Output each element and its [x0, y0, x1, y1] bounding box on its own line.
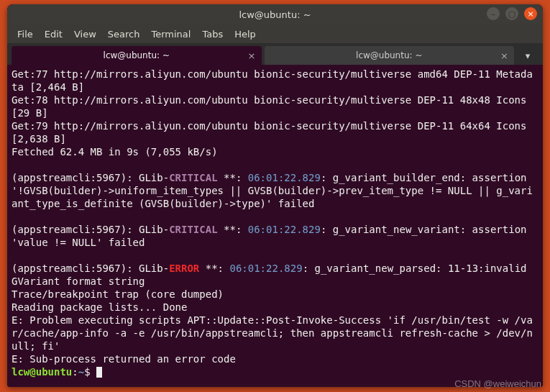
menu-help[interactable]: Help — [230, 27, 260, 41]
critical-label: CRITICAL — [169, 224, 217, 235]
menu-edit[interactable]: Edit — [40, 27, 67, 41]
output-line: Get:78 http://mirrors.aliyun.com/ubuntu … — [12, 94, 533, 119]
menu-search[interactable]: Search — [104, 27, 145, 41]
close-icon[interactable]: × — [500, 50, 508, 61]
output-line: (appstreamcli:5967): GLib-CRITICAL **: 0… — [12, 172, 533, 209]
terminal-window: lcw@ubuntu: ~ – ▢ × File Edit View Searc… — [7, 4, 543, 387]
output-line: (appstreamcli:5967): GLib-CRITICAL **: 0… — [12, 224, 533, 248]
tab-2[interactable]: lcw@ubuntu: ~ × — [265, 46, 515, 65]
window-controls: – ▢ × — [487, 7, 537, 20]
terminal-output[interactable]: Get:77 http://mirrors.aliyun.com/ubuntu … — [7, 65, 543, 387]
titlebar: lcw@ubuntu: ~ – ▢ × — [7, 4, 543, 24]
watermark: CSDN @weiweichun — [454, 378, 541, 389]
menu-file[interactable]: File — [13, 27, 37, 41]
menubar: File Edit View Search Terminal Tabs Help — [7, 24, 543, 43]
timestamp: 06:01:22.829 — [229, 263, 302, 274]
error-label: ERROR — [169, 263, 199, 274]
timestamp: 06:01:22.829 — [248, 224, 321, 235]
output-line: Fetched 62.4 MB in 9s (7,055 kB/s) — [12, 146, 218, 158]
output-line: E: Problem executing scripts APT::Update… — [12, 314, 533, 352]
timestamp: 06:01:22.829 — [248, 172, 321, 183]
critical-label: CRITICAL — [169, 172, 217, 183]
menu-view[interactable]: View — [70, 27, 101, 41]
menu-terminal[interactable]: Terminal — [147, 27, 195, 41]
prompt-user: lcw@ubuntu — [12, 366, 72, 378]
window-title: lcw@ubuntu: ~ — [239, 9, 311, 20]
output-line: Get:77 http://mirrors.aliyun.com/ubuntu … — [12, 68, 533, 93]
prompt-path: ~ — [78, 366, 84, 378]
prompt-line: lcw@ubuntu:~$ — [12, 366, 102, 378]
tab-label: lcw@ubuntu: ~ — [356, 50, 422, 60]
output-line: (appstreamcli:5967): GLib-ERROR **: 06:0… — [12, 263, 533, 287]
output-line: Trace/breakpoint trap (core dumped) — [12, 288, 224, 300]
tabbar: lcw@ubuntu: ~ × lcw@ubuntu: ~ × ▾ — [7, 43, 543, 65]
minimize-button[interactable]: – — [487, 7, 500, 20]
output-line: E: Sub-process returned an error code — [12, 353, 236, 365]
tab-label: lcw@ubuntu: ~ — [104, 50, 170, 60]
menu-tabs[interactable]: Tabs — [198, 27, 227, 41]
cursor — [96, 367, 102, 378]
maximize-button[interactable]: ▢ — [505, 7, 518, 20]
output-line: Get:79 http://mirrors.aliyun.com/ubuntu … — [12, 120, 533, 145]
tab-1[interactable]: lcw@ubuntu: ~ × — [12, 46, 262, 65]
close-button[interactable]: × — [524, 7, 537, 20]
close-icon[interactable]: × — [248, 50, 256, 61]
new-tab-button[interactable]: ▾ — [517, 46, 538, 65]
output-line: Reading package lists... Done — [12, 301, 187, 313]
